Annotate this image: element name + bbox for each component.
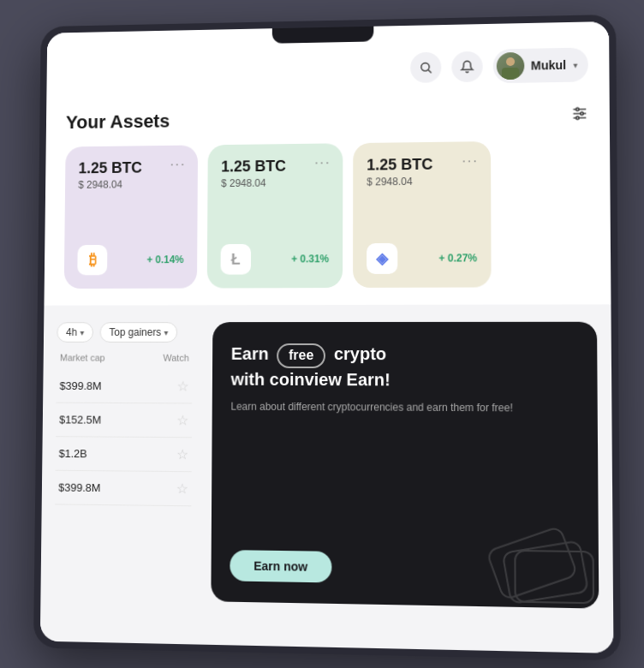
card-menu-ltc[interactable]: ···: [314, 155, 331, 170]
ltc-change: + 0.31%: [291, 253, 329, 265]
promo-title-crypto: crypto: [334, 344, 386, 363]
search-icon: [419, 61, 432, 75]
avatar: [496, 52, 524, 80]
eth-value: $ 2948.04: [367, 175, 477, 188]
ltc-value: $ 2948.04: [221, 176, 329, 189]
table-row: $152.5M ☆: [56, 403, 192, 438]
assets-header: Your Assets: [66, 104, 588, 134]
time-filter[interactable]: 4h ▾: [57, 322, 93, 343]
promo-decoration: [483, 492, 599, 609]
ltc-footer: Ł + 0.31%: [221, 243, 330, 274]
promo-subtitle-line: with coinview Earn!: [231, 370, 391, 390]
eth-icon: ◈: [367, 243, 397, 274]
promo-panel: Earn free crypto with coinview Earn! Lea…: [204, 315, 613, 617]
eth-amount: 1.25 BTC: [367, 155, 477, 174]
asset-card-eth[interactable]: ··· 1.25 BTC $ 2948.04 ◈ + 0.27%: [353, 141, 492, 288]
card-menu-eth[interactable]: ···: [462, 153, 479, 169]
app-content: Mukul ▾ Your Assets: [40, 21, 614, 653]
chevron-down-icon: ▾: [80, 328, 85, 337]
eth-change: + 0.27%: [438, 252, 477, 264]
device-frame: Mukul ▾ Your Assets: [33, 15, 621, 661]
bell-icon: [460, 60, 474, 74]
promo-card: Earn free crypto with coinview Earn! Lea…: [211, 322, 599, 609]
table-panel: 4h ▾ Top gainers ▾ Market cap Watch $: [40, 315, 206, 608]
watch-star[interactable]: ☆: [176, 446, 188, 462]
sliders-icon: [571, 104, 589, 122]
table-header: Market cap Watch: [57, 353, 192, 363]
filter-button[interactable]: [571, 104, 589, 126]
category-filter[interactable]: Top gainers ▾: [100, 322, 178, 343]
free-badge: free: [277, 343, 325, 368]
time-filter-label: 4h: [66, 326, 77, 338]
user-name: Mukul: [531, 58, 566, 73]
btc-change: + 0.14%: [146, 253, 183, 265]
svg-point-6: [581, 111, 583, 114]
search-button[interactable]: [410, 52, 441, 83]
market-cap-value: $1.2B: [59, 447, 87, 460]
watch-header: Watch: [163, 353, 188, 363]
asset-card-btc[interactable]: ··· 1.25 BTC $ 2948.04 ₿ + 0.14%: [64, 145, 198, 289]
svg-point-5: [576, 107, 579, 110]
eth-footer: ◈ + 0.27%: [367, 242, 477, 274]
watch-star[interactable]: ☆: [176, 412, 188, 428]
asset-cards: ··· 1.25 BTC $ 2948.04 ₿ + 0.14% ···: [64, 140, 590, 289]
watch-star[interactable]: ☆: [176, 480, 188, 497]
filter-row: 4h ▾ Top gainers ▾: [57, 322, 192, 343]
svg-point-7: [576, 116, 579, 118]
btc-icon: ₿: [77, 245, 107, 275]
chevron-down-icon: ▾: [573, 60, 577, 69]
promo-description: Learn about different cryptocurrencies a…: [230, 398, 578, 415]
btc-amount: 1.25 BTC: [79, 158, 185, 177]
card-menu-btc[interactable]: ···: [170, 157, 186, 172]
svg-line-1: [428, 70, 431, 73]
table-row: $399.8M ☆: [55, 471, 191, 507]
btc-value: $ 2948.04: [78, 178, 184, 191]
asset-card-ltc[interactable]: ··· 1.25 BTC $ 2948.04 Ł + 0.31%: [207, 143, 343, 288]
user-menu[interactable]: Mukul ▾: [492, 47, 588, 83]
device-screen: Mukul ▾ Your Assets: [40, 21, 614, 653]
camera-bar: [272, 27, 374, 44]
earn-now-button[interactable]: Earn now: [230, 550, 331, 582]
assets-title: Your Assets: [66, 110, 170, 134]
table-row: $1.2B ☆: [56, 437, 192, 472]
watch-star[interactable]: ☆: [177, 379, 189, 395]
ltc-amount: 1.25 BTC: [221, 157, 329, 176]
btc-footer: ₿ + 0.14%: [77, 244, 183, 275]
ltc-icon: Ł: [221, 244, 252, 275]
chevron-down-icon: ▾: [164, 328, 169, 337]
promo-title-before: Earn: [231, 344, 269, 363]
assets-section: Your Assets: [44, 90, 611, 306]
deco-card-3: [514, 550, 594, 604]
category-filter-label: Top gainers: [110, 326, 161, 338]
market-cap-value: $399.8M: [58, 481, 100, 494]
market-cap-header: Market cap: [60, 353, 105, 363]
table-row: $399.8M ☆: [57, 369, 193, 403]
market-cap-value: $399.8M: [60, 379, 102, 392]
market-cap-value: $152.5M: [59, 414, 101, 426]
bottom-section: 4h ▾ Top gainers ▾ Market cap Watch $: [40, 304, 613, 616]
notification-button[interactable]: [451, 51, 482, 82]
promo-title: Earn free crypto with coinview Earn!: [231, 343, 578, 391]
